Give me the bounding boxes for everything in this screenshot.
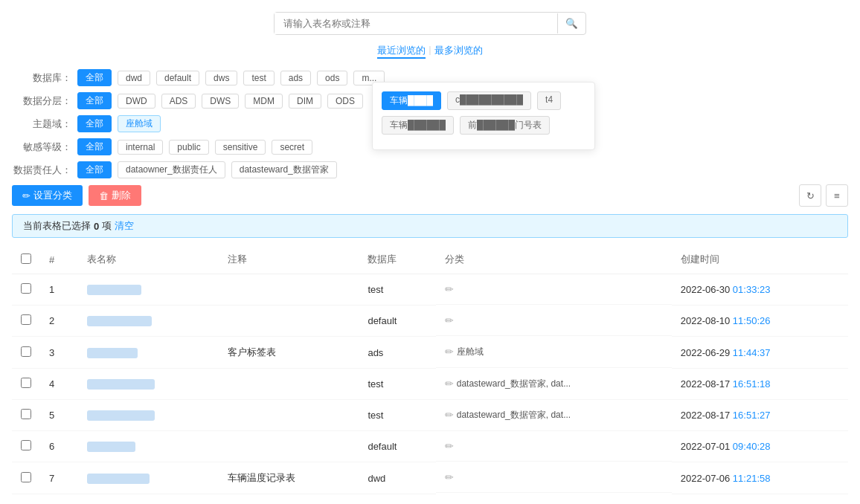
filter-tag-db-all[interactable]: 全部 xyxy=(77,69,112,86)
filter-tag-sens-all[interactable]: 全部 xyxy=(77,138,112,155)
table-row: 6default✏2022-07-01 09:40:28 xyxy=(12,431,848,462)
row-number: 1 xyxy=(40,274,78,306)
filter-tag-db-default[interactable]: default xyxy=(156,71,199,85)
edit-category-icon[interactable]: ✏ xyxy=(445,409,454,421)
row-database: default xyxy=(359,431,435,462)
row-category-cell: ✏ xyxy=(436,462,672,493)
delete-icon: 🗑 xyxy=(99,190,109,201)
search-input[interactable] xyxy=(275,13,557,34)
dropdown-tag-2[interactable]: c██████████ xyxy=(447,91,531,110)
filter-tag-layer-all[interactable]: 全部 xyxy=(77,92,112,109)
th-checkbox xyxy=(12,245,40,274)
filter-tag-db-ads[interactable]: ads xyxy=(280,71,311,85)
table-row: 2default✏2022-08-10 11:50:26 xyxy=(12,306,848,337)
delete-button[interactable]: 🗑 删除 xyxy=(89,185,141,206)
filter-label-theme: 主题域： xyxy=(12,117,71,131)
filter-tag-owner-datasteward[interactable]: datasteward_数据管家 xyxy=(231,161,337,178)
row-table-name[interactable] xyxy=(87,285,141,295)
row-database: dwd xyxy=(359,462,435,494)
row-checkbox[interactable] xyxy=(21,346,31,357)
filter-tag-layer-ods[interactable]: ODS xyxy=(327,94,363,109)
row-checkbox[interactable] xyxy=(21,283,31,294)
row-table-name[interactable] xyxy=(87,379,155,390)
dropdown-tag-4[interactable]: 车辆██████ xyxy=(382,116,454,135)
tab-recent[interactable]: 最近浏览的 xyxy=(377,44,426,59)
select-all-checkbox[interactable] xyxy=(21,253,31,264)
filter-tag-layer-mdm[interactable]: MDM xyxy=(245,94,283,109)
edit-category-icon[interactable]: ✏ xyxy=(445,283,454,295)
filter-tag-db-ods[interactable]: ods xyxy=(317,71,347,85)
row-name-cell xyxy=(78,431,219,462)
filter-tag-db-dws[interactable]: dws xyxy=(205,71,237,85)
edit-category-icon[interactable]: ✏ xyxy=(445,314,454,326)
filter-tag-sens-internal[interactable]: internal xyxy=(118,140,163,155)
row-number: 3 xyxy=(40,337,78,369)
clear-selection-link[interactable]: 清空 xyxy=(115,219,134,233)
row-database: test xyxy=(359,274,435,306)
classify-button[interactable]: ✏ 设置分类 xyxy=(12,185,83,206)
filter-tag-sens-public[interactable]: public xyxy=(169,140,208,155)
filter-label-layer: 数据分层： xyxy=(12,94,71,108)
classify-label: 设置分类 xyxy=(33,189,72,202)
dropdown-popup: 车辆████ c██████████ t4 车辆██████ 前██████门号… xyxy=(372,82,595,150)
row-number: 5 xyxy=(40,400,78,431)
dropdown-tag-1[interactable]: 车辆████ xyxy=(382,91,441,110)
dropdown-tag-3[interactable]: t4 xyxy=(537,91,561,110)
row-number: 6 xyxy=(40,431,78,462)
row-category-cell: ✏ xyxy=(436,306,672,336)
dropdown-row-2: 车辆██████ 前██████门号表 xyxy=(382,116,585,135)
tab-separator: | xyxy=(429,44,431,59)
filter-button[interactable]: ≡ xyxy=(826,184,848,207)
row-table-name[interactable] xyxy=(87,348,138,358)
filter-tag-theme-all[interactable]: 全部 xyxy=(77,115,112,132)
row-category-cell: ✏座舱域 xyxy=(436,337,672,368)
row-name-cell xyxy=(78,400,219,431)
filter-tag-layer-dim[interactable]: DIM xyxy=(289,94,321,109)
row-number: 4 xyxy=(40,369,78,400)
row-checkbox[interactable] xyxy=(21,378,31,388)
th-created: 创建时间 xyxy=(672,245,848,274)
row-checkbox[interactable] xyxy=(21,409,31,419)
filter-tag-theme-cabin[interactable]: 座舱域 xyxy=(118,115,161,132)
tab-most[interactable]: 最多浏览的 xyxy=(434,44,483,59)
filter-tag-db-test[interactable]: test xyxy=(243,71,274,85)
th-number: # xyxy=(40,245,78,274)
row-name-cell xyxy=(78,306,219,337)
refresh-button[interactable]: ↻ xyxy=(799,184,821,207)
filter-tag-owner-dataowner[interactable]: dataowner_数据责任人 xyxy=(118,161,225,178)
edit-category-icon[interactable]: ✏ xyxy=(445,346,454,358)
search-icon: 🔍 xyxy=(565,18,578,29)
row-checkbox[interactable] xyxy=(21,314,31,325)
filter-tag-sens-secret[interactable]: secret xyxy=(272,140,312,155)
data-table: # 表名称 注释 数据库 分类 创建时间 1test✏2022-06-30 01… xyxy=(12,245,848,494)
filter-tag-layer-dws[interactable]: DWS xyxy=(202,94,239,109)
category-label: datasteward_数据管家, dat... xyxy=(457,409,571,421)
filter-tag-sens-sensitive[interactable]: sensitive xyxy=(215,140,266,155)
row-table-name[interactable] xyxy=(87,410,155,421)
edit-category-icon[interactable]: ✏ xyxy=(445,471,454,483)
row-checkbox[interactable] xyxy=(21,440,31,450)
row-comment xyxy=(219,400,359,431)
edit-category-icon[interactable]: ✏ xyxy=(445,440,454,452)
row-table-name[interactable] xyxy=(87,474,150,484)
th-name: 表名称 xyxy=(78,245,219,274)
category-label: datasteward_数据管家, dat... xyxy=(457,378,571,390)
row-table-name[interactable] xyxy=(87,316,152,326)
row-number: 7 xyxy=(40,462,78,494)
action-bar: ✏ 设置分类 🗑 删除 ↻ ≡ xyxy=(12,184,848,207)
row-name-cell xyxy=(78,369,219,400)
th-category: 分类 xyxy=(436,245,672,274)
row-checkbox[interactable] xyxy=(21,472,31,482)
search-button[interactable]: 🔍 xyxy=(557,13,585,33)
dropdown-tag-5[interactable]: 前██████门号表 xyxy=(460,116,550,135)
row-table-name[interactable] xyxy=(87,442,135,452)
table-header-row: # 表名称 注释 数据库 分类 创建时间 xyxy=(12,245,848,274)
row-created: 2022-06-29 11:44:37 xyxy=(672,337,848,369)
edit-category-icon[interactable]: ✏ xyxy=(445,378,454,390)
filter-tag-layer-ads[interactable]: ADS xyxy=(161,94,196,109)
table-row: 5test✏datasteward_数据管家, dat...2022-08-17… xyxy=(12,400,848,431)
filter-tag-owner-all[interactable]: 全部 xyxy=(77,161,112,178)
filter-tag-layer-dwd[interactable]: DWD xyxy=(118,94,155,109)
filter-tag-db-dwd[interactable]: dwd xyxy=(118,71,150,85)
row-category-cell: ✏datasteward_数据管家, dat... xyxy=(436,369,672,400)
